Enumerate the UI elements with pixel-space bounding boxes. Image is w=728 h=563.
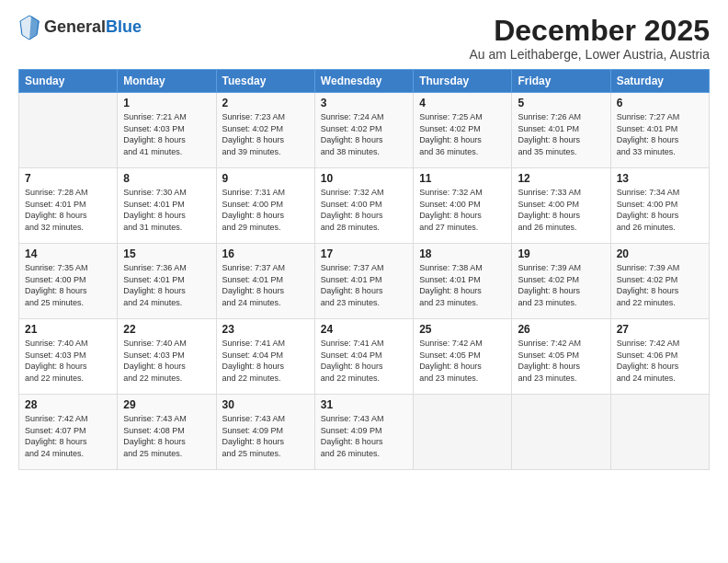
day-info: Sunrise: 7:41 AM Sunset: 4:04 PM Dayligh… [222, 338, 309, 384]
day-number: 23 [222, 323, 309, 336]
calendar-body: 1Sunrise: 7:21 AM Sunset: 4:03 PM Daylig… [19, 93, 710, 470]
col-thursday: Thursday [414, 70, 512, 93]
day-info: Sunrise: 7:41 AM Sunset: 4:04 PM Dayligh… [321, 338, 407, 384]
calendar-cell: 2Sunrise: 7:23 AM Sunset: 4:02 PM Daylig… [216, 93, 314, 168]
logo-blue: Blue [106, 17, 142, 36]
day-number: 6 [617, 97, 703, 109]
logo: GeneralBlue [18, 15, 142, 40]
calendar-week-1: 7Sunrise: 7:28 AM Sunset: 4:01 PM Daylig… [19, 168, 710, 244]
calendar-cell: 26Sunrise: 7:42 AM Sunset: 4:05 PM Dayli… [512, 319, 610, 395]
day-number: 9 [222, 172, 309, 185]
day-info: Sunrise: 7:24 AM Sunset: 4:02 PM Dayligh… [321, 111, 407, 157]
day-number: 8 [123, 172, 210, 185]
day-info: Sunrise: 7:26 AM Sunset: 4:01 PM Dayligh… [518, 111, 604, 157]
calendar-cell: 4Sunrise: 7:25 AM Sunset: 4:02 PM Daylig… [414, 93, 512, 168]
calendar-cell: 11Sunrise: 7:32 AM Sunset: 4:00 PM Dayli… [414, 168, 512, 244]
calendar-header-row: Sunday Monday Tuesday Wednesday Thursday… [19, 70, 710, 93]
day-number: 19 [518, 247, 604, 260]
calendar-cell: 31Sunrise: 7:43 AM Sunset: 4:09 PM Dayli… [314, 395, 413, 470]
day-number: 7 [25, 172, 111, 185]
day-info: Sunrise: 7:43 AM Sunset: 4:09 PM Dayligh… [222, 413, 309, 459]
day-info: Sunrise: 7:21 AM Sunset: 4:03 PM Dayligh… [123, 111, 210, 157]
day-number: 20 [617, 247, 703, 260]
header: GeneralBlue December 2025 Au am Leithabe… [18, 15, 710, 62]
day-number: 26 [518, 323, 604, 336]
day-info: Sunrise: 7:23 AM Sunset: 4:02 PM Dayligh… [222, 111, 309, 157]
day-number: 15 [123, 247, 210, 260]
calendar-cell: 10Sunrise: 7:32 AM Sunset: 4:00 PM Dayli… [314, 168, 413, 244]
day-info: Sunrise: 7:40 AM Sunset: 4:03 PM Dayligh… [123, 338, 210, 384]
day-info: Sunrise: 7:42 AM Sunset: 4:05 PM Dayligh… [518, 338, 604, 384]
calendar-cell: 1Sunrise: 7:21 AM Sunset: 4:03 PM Daylig… [118, 93, 216, 168]
day-info: Sunrise: 7:30 AM Sunset: 4:01 PM Dayligh… [123, 187, 210, 233]
calendar-cell: 24Sunrise: 7:41 AM Sunset: 4:04 PM Dayli… [314, 319, 413, 395]
col-tuesday: Tuesday [216, 70, 314, 93]
day-info: Sunrise: 7:34 AM Sunset: 4:00 PM Dayligh… [617, 187, 703, 233]
calendar-cell: 17Sunrise: 7:37 AM Sunset: 4:01 PM Dayli… [314, 244, 413, 319]
logo-general: General [44, 17, 106, 36]
calendar-cell: 27Sunrise: 7:42 AM Sunset: 4:06 PM Dayli… [610, 319, 709, 395]
day-info: Sunrise: 7:28 AM Sunset: 4:01 PM Dayligh… [25, 187, 111, 233]
calendar-cell: 7Sunrise: 7:28 AM Sunset: 4:01 PM Daylig… [19, 168, 118, 244]
page: GeneralBlue December 2025 Au am Leithabe… [0, 0, 728, 563]
col-saturday: Saturday [610, 70, 709, 93]
day-info: Sunrise: 7:43 AM Sunset: 4:08 PM Dayligh… [123, 413, 210, 459]
calendar-cell: 12Sunrise: 7:33 AM Sunset: 4:00 PM Dayli… [512, 168, 610, 244]
day-number: 18 [419, 247, 506, 260]
day-info: Sunrise: 7:39 AM Sunset: 4:02 PM Dayligh… [518, 262, 604, 308]
day-number: 11 [419, 172, 506, 185]
calendar-cell: 21Sunrise: 7:40 AM Sunset: 4:03 PM Dayli… [19, 319, 118, 395]
day-info: Sunrise: 7:33 AM Sunset: 4:00 PM Dayligh… [518, 187, 604, 233]
logo-text: GeneralBlue [44, 18, 142, 37]
day-number: 30 [222, 398, 309, 411]
day-info: Sunrise: 7:35 AM Sunset: 4:00 PM Dayligh… [25, 262, 111, 308]
day-number: 31 [321, 398, 407, 411]
col-friday: Friday [512, 70, 610, 93]
day-info: Sunrise: 7:32 AM Sunset: 4:00 PM Dayligh… [419, 187, 506, 233]
calendar-cell: 9Sunrise: 7:31 AM Sunset: 4:00 PM Daylig… [216, 168, 314, 244]
calendar-cell: 29Sunrise: 7:43 AM Sunset: 4:08 PM Dayli… [118, 395, 216, 470]
calendar-cell: 16Sunrise: 7:37 AM Sunset: 4:01 PM Dayli… [216, 244, 314, 319]
day-number: 17 [321, 247, 407, 260]
day-number: 22 [123, 323, 210, 336]
calendar-cell: 3Sunrise: 7:24 AM Sunset: 4:02 PM Daylig… [314, 93, 413, 168]
day-number: 3 [321, 97, 407, 109]
day-info: Sunrise: 7:32 AM Sunset: 4:00 PM Dayligh… [321, 187, 407, 233]
day-info: Sunrise: 7:37 AM Sunset: 4:01 PM Dayligh… [222, 262, 309, 308]
calendar-cell: 22Sunrise: 7:40 AM Sunset: 4:03 PM Dayli… [118, 319, 216, 395]
calendar-cell [19, 93, 118, 168]
calendar-cell [414, 395, 512, 470]
col-wednesday: Wednesday [314, 70, 413, 93]
day-info: Sunrise: 7:38 AM Sunset: 4:01 PM Dayligh… [419, 262, 506, 308]
calendar-cell: 23Sunrise: 7:41 AM Sunset: 4:04 PM Dayli… [216, 319, 314, 395]
day-info: Sunrise: 7:37 AM Sunset: 4:01 PM Dayligh… [321, 262, 407, 308]
calendar-cell: 25Sunrise: 7:42 AM Sunset: 4:05 PM Dayli… [414, 319, 512, 395]
day-number: 21 [25, 323, 111, 336]
day-number: 10 [321, 172, 407, 185]
location-title: Au am Leithaberge, Lower Austria, Austri… [470, 47, 710, 62]
calendar-cell: 5Sunrise: 7:26 AM Sunset: 4:01 PM Daylig… [512, 93, 610, 168]
calendar-cell: 14Sunrise: 7:35 AM Sunset: 4:00 PM Dayli… [19, 244, 118, 319]
day-number: 16 [222, 247, 309, 260]
calendar-cell: 15Sunrise: 7:36 AM Sunset: 4:01 PM Dayli… [118, 244, 216, 319]
col-sunday: Sunday [19, 70, 118, 93]
title-block: December 2025 Au am Leithaberge, Lower A… [470, 15, 710, 62]
calendar-cell: 8Sunrise: 7:30 AM Sunset: 4:01 PM Daylig… [118, 168, 216, 244]
day-info: Sunrise: 7:42 AM Sunset: 4:05 PM Dayligh… [419, 338, 506, 384]
calendar-cell: 19Sunrise: 7:39 AM Sunset: 4:02 PM Dayli… [512, 244, 610, 319]
day-info: Sunrise: 7:36 AM Sunset: 4:01 PM Dayligh… [123, 262, 210, 308]
day-number: 28 [25, 398, 111, 411]
day-number: 14 [25, 247, 111, 260]
calendar-cell [512, 395, 610, 470]
calendar-cell: 13Sunrise: 7:34 AM Sunset: 4:00 PM Dayli… [610, 168, 709, 244]
day-number: 4 [419, 97, 506, 109]
day-info: Sunrise: 7:31 AM Sunset: 4:00 PM Dayligh… [222, 187, 309, 233]
day-number: 1 [123, 97, 210, 109]
calendar-week-4: 28Sunrise: 7:42 AM Sunset: 4:07 PM Dayli… [19, 395, 710, 470]
day-info: Sunrise: 7:25 AM Sunset: 4:02 PM Dayligh… [419, 111, 506, 157]
calendar-week-2: 14Sunrise: 7:35 AM Sunset: 4:00 PM Dayli… [19, 244, 710, 319]
col-monday: Monday [118, 70, 216, 93]
calendar-cell: 20Sunrise: 7:39 AM Sunset: 4:02 PM Dayli… [610, 244, 709, 319]
day-number: 29 [123, 398, 210, 411]
day-number: 24 [321, 323, 407, 336]
